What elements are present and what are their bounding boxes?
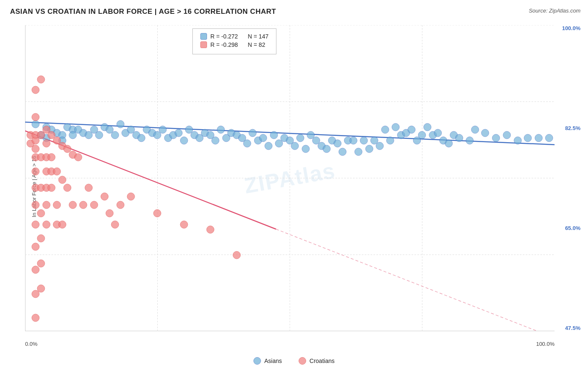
svg-point-89 <box>424 123 431 131</box>
svg-point-86 <box>408 126 415 133</box>
svg-point-78 <box>366 145 373 153</box>
svg-point-161 <box>180 221 188 228</box>
scatter-plot <box>25 25 555 331</box>
svg-point-152 <box>79 201 87 209</box>
svg-point-163 <box>233 251 240 259</box>
svg-point-27 <box>95 131 103 139</box>
svg-point-127 <box>37 260 45 267</box>
svg-point-128 <box>37 285 45 292</box>
svg-point-146 <box>59 221 66 228</box>
svg-point-82 <box>386 137 394 144</box>
svg-point-12 <box>32 120 39 128</box>
svg-point-162 <box>207 226 214 233</box>
chart-container: ASIAN VS CROATIAN IN LABOR FORCE | AGE >… <box>0 0 588 373</box>
svg-point-117 <box>32 243 39 250</box>
asian-dot-legend <box>253 357 261 365</box>
svg-point-39 <box>159 126 166 133</box>
croatian-n-value: N = 82 <box>248 41 266 48</box>
svg-point-120 <box>32 314 39 322</box>
svg-point-64 <box>291 142 299 150</box>
croatian-legend-label: Croatians <box>309 358 335 364</box>
svg-point-158 <box>117 201 124 209</box>
svg-point-139 <box>48 184 55 192</box>
svg-point-83 <box>392 123 399 131</box>
svg-point-99 <box>492 134 500 142</box>
svg-point-72 <box>334 140 341 147</box>
svg-point-60 <box>270 131 278 139</box>
svg-point-93 <box>445 140 453 147</box>
svg-point-95 <box>455 134 463 142</box>
svg-point-118 <box>32 266 39 273</box>
svg-point-75 <box>350 137 357 144</box>
x-label-0: 0.0% <box>25 341 38 347</box>
svg-point-107 <box>32 86 39 94</box>
asian-r-value: R = -0.272 <box>210 33 238 40</box>
svg-line-11 <box>276 229 555 331</box>
svg-point-31 <box>117 120 124 128</box>
croatian-legend-swatch <box>200 41 207 48</box>
svg-point-35 <box>138 134 145 142</box>
svg-point-66 <box>302 145 309 153</box>
svg-point-100 <box>503 131 511 139</box>
chart-title: ASIAN VS CROATIAN IN LABOR FORCE | AGE >… <box>10 8 276 16</box>
croatian-r-value: R = -0.298 <box>210 41 238 48</box>
svg-point-126 <box>37 235 45 242</box>
svg-point-42 <box>175 129 182 137</box>
y-label-82: 82.5% <box>565 125 580 131</box>
svg-point-116 <box>32 221 39 228</box>
svg-point-103 <box>535 134 542 142</box>
svg-point-80 <box>376 142 383 150</box>
svg-point-59 <box>265 142 272 150</box>
svg-point-153 <box>85 184 92 192</box>
croatian-dot-legend <box>299 357 306 365</box>
chart-area: ZIPAtlas <box>25 25 555 331</box>
svg-point-104 <box>545 134 553 142</box>
y-label-65: 65.0% <box>565 225 580 231</box>
svg-point-151 <box>74 153 82 161</box>
svg-point-145 <box>59 176 66 184</box>
svg-point-65 <box>297 134 304 142</box>
svg-point-135 <box>43 221 50 228</box>
svg-point-98 <box>481 129 489 137</box>
y-axis-labels: 100.0% 82.5% 65.0% 47.5% <box>562 25 580 331</box>
x-axis-labels: 0.0% 100.0% <box>25 341 555 347</box>
svg-point-56 <box>249 129 256 137</box>
svg-point-101 <box>514 137 522 144</box>
svg-point-97 <box>471 126 479 133</box>
svg-point-77 <box>360 137 368 144</box>
svg-point-55 <box>243 140 251 147</box>
y-label-100: 100.0% <box>562 25 580 31</box>
svg-point-113 <box>32 168 39 175</box>
svg-point-150 <box>69 201 77 209</box>
svg-point-50 <box>217 126 225 133</box>
svg-point-157 <box>111 221 119 228</box>
asian-legend-swatch <box>200 33 207 40</box>
source-label: Source: ZipAtlas.com <box>529 8 580 14</box>
svg-point-134 <box>43 201 50 209</box>
svg-point-115 <box>32 201 39 209</box>
svg-point-108 <box>32 113 39 121</box>
svg-point-137 <box>48 153 55 161</box>
asian-n-value: N = 147 <box>248 33 268 40</box>
svg-point-58 <box>259 134 267 142</box>
legend-box-asian-row: R = -0.272 N = 147 <box>200 33 268 40</box>
legend-item-croatian: Croatians <box>299 357 335 365</box>
svg-point-121 <box>37 76 45 83</box>
bottom-legend: Asians Croatians <box>253 357 335 365</box>
svg-point-125 <box>37 209 45 217</box>
svg-point-155 <box>101 193 108 200</box>
legend-box-croatian-row: R = -0.298 N = 82 <box>200 41 268 48</box>
asian-legend-label: Asians <box>264 358 282 364</box>
y-label-47: 47.5% <box>565 325 580 331</box>
x-label-100: 100.0% <box>536 341 555 347</box>
svg-point-96 <box>466 137 473 144</box>
svg-point-43 <box>180 137 188 144</box>
svg-point-102 <box>524 134 532 142</box>
svg-point-148 <box>64 184 71 192</box>
svg-point-156 <box>106 209 113 217</box>
svg-point-160 <box>153 209 161 217</box>
svg-point-91 <box>434 129 442 137</box>
svg-point-70 <box>323 145 330 153</box>
svg-point-81 <box>381 126 389 133</box>
svg-point-159 <box>127 193 135 200</box>
